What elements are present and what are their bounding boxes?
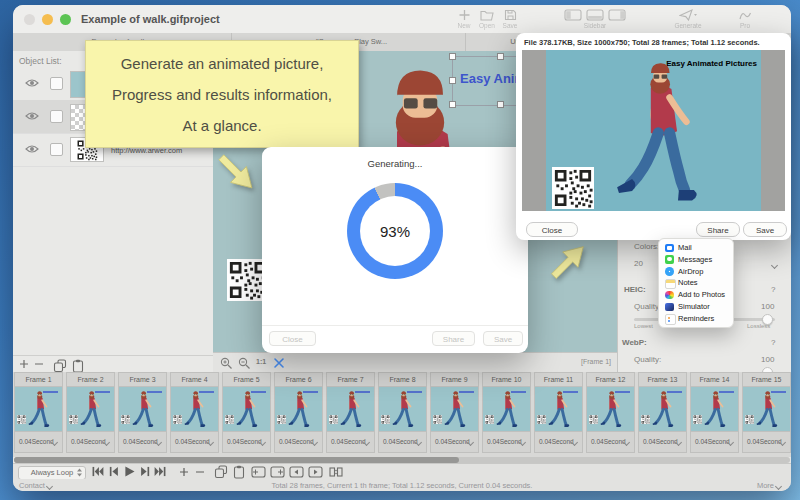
frame-duration-select[interactable]: 0.04Second — [483, 432, 530, 452]
frame-cell[interactable]: Frame 11 0.04Second — [534, 372, 583, 453]
zoom-ratio-button[interactable]: 1:1 — [256, 358, 266, 365]
zoom-in-icon[interactable] — [220, 357, 233, 370]
frame-duration-select[interactable]: 0.04Second — [327, 432, 374, 452]
frame-cell[interactable]: Frame 8 0.04Second — [378, 372, 427, 453]
frame-thumbnail[interactable] — [119, 386, 166, 432]
frame-cell[interactable]: Frame 1 0.04Second — [14, 372, 63, 453]
share-item-simulator[interactable]: Simulator — [659, 301, 733, 313]
play-icon[interactable] — [123, 466, 136, 477]
zoom-out-icon[interactable] — [238, 357, 251, 370]
selection-handle[interactable] — [497, 101, 504, 108]
webp-help-button[interactable]: ? — [771, 338, 775, 347]
heic-help-button[interactable]: ? — [771, 285, 775, 294]
frame-duration-select[interactable]: 0.04Second — [67, 432, 114, 452]
object-checkbox[interactable] — [50, 110, 63, 123]
frame-thumbnail[interactable] — [327, 386, 374, 432]
frame-duration-select[interactable]: 0.04Second — [275, 432, 322, 452]
chevron-down-icon[interactable] — [771, 262, 778, 269]
share-item-reminders[interactable]: Reminders — [659, 313, 733, 325]
move-frame-left-icon[interactable] — [289, 466, 304, 478]
frame-duration-select[interactable]: 0.04Second — [223, 432, 270, 452]
more-menu[interactable]: More — [757, 481, 781, 490]
frame-cell[interactable]: Frame 9 0.04Second — [430, 372, 479, 453]
frame-cell[interactable]: Frame 12 0.04Second — [586, 372, 635, 453]
selection-handle[interactable] — [449, 77, 456, 84]
copy-icon[interactable] — [53, 359, 67, 373]
selection-handle[interactable] — [449, 101, 456, 108]
share-item-messages[interactable]: Messages — [659, 254, 733, 266]
visibility-eye-icon[interactable] — [25, 78, 39, 88]
frame-duration-select[interactable]: 0.04Second — [15, 432, 62, 452]
frame-duration-select[interactable]: 0.04Second — [535, 432, 582, 452]
visibility-eye-icon[interactable] — [25, 144, 39, 154]
share-button[interactable]: Share — [432, 331, 475, 346]
frame-cell[interactable]: Frame 3 0.04Second — [118, 372, 167, 453]
visibility-eye-icon[interactable] — [25, 111, 39, 121]
sidebar-toggle-group[interactable]: Sidebar — [557, 9, 633, 29]
frame-cell[interactable]: Frame 14 0.04Second — [690, 372, 739, 453]
frame-thumbnail[interactable] — [587, 386, 634, 432]
frame-thumbnail[interactable] — [15, 386, 62, 432]
move-frame-right-icon[interactable] — [308, 466, 323, 478]
frame-cell[interactable]: Frame 15 0.04Second — [742, 372, 791, 453]
frame-thumbnail[interactable] — [691, 386, 738, 432]
frame-thumbnail[interactable] — [67, 386, 114, 432]
minimize-window-button[interactable] — [42, 14, 53, 25]
save-button[interactable]: Save — [743, 222, 787, 237]
frame-cell[interactable]: Frame 7 0.04Second — [326, 372, 375, 453]
fit-to-window-icon[interactable] — [273, 357, 285, 369]
remove-object-icon[interactable] — [34, 359, 44, 369]
frame-cell[interactable]: Frame 2 0.04Second — [66, 372, 115, 453]
pro-button[interactable]: Pro — [728, 9, 762, 29]
frame-cell[interactable]: Frame 10 0.04Second — [482, 372, 531, 453]
add-frame-icon[interactable] — [179, 467, 189, 477]
frame-thumbnail[interactable] — [639, 386, 686, 432]
save-button[interactable]: Save — [483, 331, 523, 346]
generate-button[interactable]: Generate — [671, 9, 705, 29]
frame-thumbnail[interactable] — [379, 386, 426, 432]
loop-mode-select[interactable]: Always Loop — [18, 466, 86, 480]
frame-cell[interactable]: Frame 6 0.04Second — [274, 372, 323, 453]
close-button[interactable]: Close — [526, 222, 578, 237]
frame-duration-select[interactable]: 0.04Second — [431, 432, 478, 452]
share-button[interactable]: Share — [696, 222, 740, 237]
frame-thumbnail[interactable] — [743, 386, 790, 432]
close-window-button[interactable] — [24, 14, 35, 25]
frame-duration-select[interactable]: 0.04Second — [639, 432, 686, 452]
frame-duration-select[interactable]: 0.04Second — [691, 432, 738, 452]
paste-icon[interactable] — [71, 359, 85, 373]
remove-frame-icon[interactable] — [195, 467, 205, 477]
selection-handle[interactable] — [449, 53, 456, 60]
skip-to-start-icon[interactable] — [91, 466, 104, 477]
frame-duration-select[interactable]: 0.04Second — [587, 432, 634, 452]
previous-frame-icon[interactable] — [107, 466, 120, 477]
save-button[interactable]: Save — [493, 9, 527, 29]
frame-cell[interactable]: Frame 4 0.04Second — [170, 372, 219, 453]
copy-frame-icon[interactable] — [214, 465, 228, 479]
object-checkbox[interactable] — [50, 77, 63, 90]
frame-thumbnail[interactable] — [431, 386, 478, 432]
insert-frame-after-icon[interactable] — [270, 466, 285, 478]
frame-cell[interactable]: Frame 13 0.04Second — [638, 372, 687, 453]
object-checkbox[interactable] — [50, 143, 63, 156]
share-item-airdrop[interactable]: AirDrop — [659, 266, 733, 278]
paste-frame-icon[interactable] — [232, 465, 246, 479]
frame-thumbnail[interactable] — [275, 386, 322, 432]
frame-duration-select[interactable]: 0.04Second — [119, 432, 166, 452]
split-frame-icon[interactable] — [329, 466, 343, 478]
share-item-notes[interactable]: Notes — [659, 277, 733, 289]
zoom-window-button[interactable] — [60, 14, 71, 25]
frame-thumbnail[interactable] — [223, 386, 270, 432]
frame-cell[interactable]: Frame 5 0.04Second — [222, 372, 271, 453]
add-object-icon[interactable] — [19, 359, 29, 369]
next-frame-icon[interactable] — [139, 466, 152, 477]
frame-duration-select[interactable]: 0.04Second — [379, 432, 426, 452]
share-item-add-to-photos[interactable]: Add to Photos — [659, 289, 733, 301]
share-item-mail[interactable]: Mail — [659, 242, 733, 254]
skip-to-end-icon[interactable] — [154, 466, 167, 477]
frame-duration-select[interactable]: 0.04Second — [743, 432, 790, 452]
frame-duration-select[interactable]: 0.04Second — [171, 432, 218, 452]
frame-thumbnail[interactable] — [483, 386, 530, 432]
selection-handle[interactable] — [497, 53, 504, 60]
frame-thumbnail[interactable] — [171, 386, 218, 432]
